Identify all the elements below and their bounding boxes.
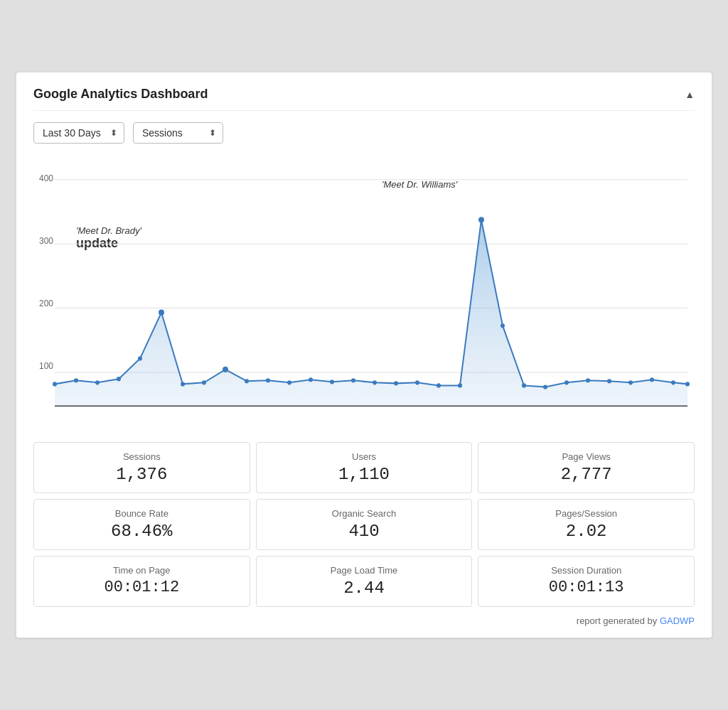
svg-point-30 — [586, 378, 590, 382]
svg-point-10 — [159, 310, 164, 316]
metric-value-pageviews: 2,777 — [490, 465, 682, 484]
metric-label-sessions: Sessions — [46, 451, 238, 462]
svg-point-6 — [74, 378, 78, 382]
controls-bar: Last 7 Days Last 30 Days Last 90 Days ⬍ … — [33, 122, 695, 144]
collapse-icon[interactable]: ▲ — [685, 89, 695, 100]
svg-point-8 — [117, 377, 121, 381]
svg-point-13 — [223, 367, 228, 372]
svg-point-20 — [373, 380, 377, 384]
svg-point-31 — [607, 379, 611, 383]
svg-point-11 — [181, 382, 185, 386]
dashboard-header: Google Analytics Dashboard ▲ — [33, 87, 695, 111]
footer-text: report generated by — [577, 615, 660, 626]
metric-value-users: 1,110 — [268, 465, 461, 484]
svg-point-24 — [458, 383, 462, 387]
metric-label-sessionduration: Session Duration — [490, 565, 682, 576]
svg-point-33 — [650, 377, 654, 382]
svg-point-35 — [685, 382, 690, 386]
metric-select[interactable]: Sessions Users Page Views Bounce Rate — [133, 122, 223, 144]
metric-label-organicsearch: Organic Search — [268, 508, 461, 519]
chart-svg-container — [33, 158, 695, 428]
footer: report generated by GADWP — [33, 615, 695, 626]
line-chart-svg — [33, 158, 695, 428]
svg-point-25 — [478, 217, 484, 222]
metric-card-sessionduration: Session Duration 00:01:13 — [478, 556, 695, 607]
svg-point-17 — [309, 377, 313, 382]
metric-label-timeonpage: Time on Page — [46, 565, 238, 576]
dashboard-container: Google Analytics Dashboard ▲ Last 7 Days… — [16, 72, 712, 638]
metric-card-sessions: Sessions 1,376 — [33, 442, 250, 493]
svg-point-34 — [671, 380, 675, 384]
chart-area: 400 300 200 100 'Meet Dr. Brady' update … — [33, 158, 695, 428]
metric-value-bouncerate: 68.46% — [46, 522, 238, 541]
period-select-wrapper[interactable]: Last 7 Days Last 30 Days Last 90 Days ⬍ — [33, 122, 124, 144]
svg-point-22 — [415, 380, 419, 384]
metric-value-organicsearch: 410 — [268, 522, 461, 541]
svg-point-28 — [543, 384, 547, 389]
gadwp-link[interactable]: GADWP — [660, 615, 695, 626]
metric-card-timeonpage: Time on Page 00:01:12 — [33, 556, 250, 607]
metric-card-pageloadtime: Page Load Time 2.44 — [256, 556, 473, 607]
svg-point-7 — [95, 380, 100, 384]
svg-point-12 — [202, 380, 206, 384]
metric-label-pages-per-session: Pages/Session — [490, 508, 682, 519]
metric-value-sessionduration: 00:01:13 — [490, 579, 682, 596]
svg-point-23 — [437, 383, 441, 387]
period-select[interactable]: Last 7 Days Last 30 Days Last 90 Days — [33, 122, 124, 144]
metric-value-pages-per-session: 2.02 — [490, 522, 682, 541]
metric-value-timeonpage: 00:01:12 — [46, 579, 238, 596]
metric-value-sessions: 1,376 — [46, 465, 238, 484]
svg-point-21 — [394, 381, 398, 385]
metric-label-users: Users — [268, 451, 461, 462]
metrics-grid: Sessions 1,376 Users 1,110 Page Views 2,… — [33, 442, 695, 607]
metric-label-pageviews: Page Views — [490, 451, 682, 462]
svg-point-18 — [330, 380, 334, 384]
svg-point-29 — [564, 380, 569, 384]
metric-card-pages-per-session: Pages/Session 2.02 — [478, 499, 695, 550]
dashboard-title: Google Analytics Dashboard — [33, 87, 208, 102]
metric-select-wrapper[interactable]: Sessions Users Page Views Bounce Rate ⬍ — [133, 122, 223, 144]
metric-label-pageloadtime: Page Load Time — [268, 565, 461, 576]
metric-label-bouncerate: Bounce Rate — [46, 508, 238, 519]
svg-point-14 — [245, 379, 249, 383]
svg-point-5 — [53, 382, 57, 386]
svg-point-19 — [351, 378, 355, 382]
metric-card-bouncerate: Bounce Rate 68.46% — [33, 499, 250, 550]
svg-point-15 — [266, 378, 270, 382]
metric-card-pageviews: Page Views 2,777 — [478, 442, 695, 493]
svg-point-9 — [138, 356, 142, 360]
metric-card-organicsearch: Organic Search 410 — [256, 499, 473, 550]
metric-card-users: Users 1,110 — [256, 442, 473, 493]
svg-point-16 — [287, 380, 291, 384]
svg-point-32 — [628, 380, 633, 384]
metric-value-pageloadtime: 2.44 — [268, 579, 461, 598]
svg-point-26 — [500, 323, 505, 328]
svg-point-27 — [522, 383, 526, 387]
